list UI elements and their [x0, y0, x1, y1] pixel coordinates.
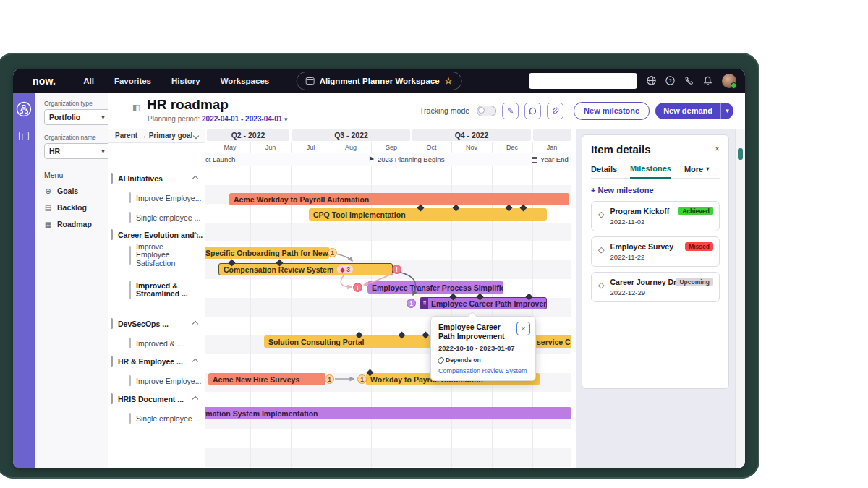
phone-icon[interactable]: [684, 75, 694, 86]
nav-item-all[interactable]: All: [83, 77, 94, 85]
milestone-diamond-icon: ◇: [598, 210, 604, 219]
gantt-bar-label: Compensation Review System: [224, 265, 333, 274]
hierarchy-circle-icon[interactable]: [16, 101, 32, 117]
new-demand-dropdown[interactable]: ▼: [720, 103, 733, 119]
tree-item[interactable]: Improve Employee Satisfaction: [109, 244, 205, 266]
new-milestone-link[interactable]: + New milestone: [591, 186, 720, 194]
attachment-icon-button[interactable]: [547, 103, 563, 119]
tab-milestones[interactable]: Milestones: [630, 164, 671, 179]
org-name-value: HR: [49, 147, 60, 155]
milestone-card[interactable]: ◇Program Kickoff2022-11-02Achieved: [591, 201, 720, 231]
chevron-up-icon[interactable]: [192, 396, 198, 402]
drag-handle[interactable]: ⠿: [420, 298, 428, 309]
nav-item-history[interactable]: History: [171, 77, 200, 85]
tree-item-label: Improve Employe...: [136, 194, 201, 202]
tree-grouping-header[interactable]: Parent → Primary goal: [109, 129, 205, 143]
tooltip-close-button[interactable]: ×: [516, 322, 530, 335]
tree-item[interactable]: DevSecOps ...: [109, 316, 205, 332]
tab-label: Details: [591, 165, 617, 174]
tree-item[interactable]: Career Evolution and ...: [109, 227, 205, 243]
tab-details[interactable]: Details: [591, 164, 617, 178]
org-type-select[interactable]: Portfolio ▼: [44, 109, 111, 125]
milestone-card[interactable]: ◇Career Journey Draft2022-12-29Upcoming: [591, 272, 720, 302]
chevron-up-icon[interactable]: [192, 321, 198, 327]
dependency-count-badge[interactable]: 1: [328, 248, 337, 257]
favorite-star-icon[interactable]: ☆: [445, 76, 453, 86]
dependency-count-badge[interactable]: 1: [357, 374, 367, 384]
help-icon[interactable]: ?: [665, 75, 676, 86]
tree-item[interactable]: AI Initiatives: [109, 171, 205, 187]
nav-icons: ?: [646, 75, 713, 86]
milestone-card[interactable]: ◇Employee Survey2022-11-22Missed: [591, 236, 720, 267]
tab-more[interactable]: More▾: [684, 164, 709, 178]
paperclip-icon: [437, 356, 445, 364]
gantt-bar[interactable]: Acme Workday to Payroll Automation: [229, 193, 569, 205]
milestone-date: 2022-11-22: [610, 253, 673, 261]
dependency-link[interactable]: Compensation Review System: [438, 367, 528, 374]
workspace-icon: [306, 77, 315, 85]
milestone-date: 2022-12-29: [610, 288, 685, 296]
tree-item[interactable]: Improved & ...: [109, 335, 205, 351]
edit-icon-button[interactable]: ✎: [502, 103, 519, 119]
tree-item[interactable]: Improved & Streamlined ...: [109, 279, 205, 301]
milestone-name: Employee Survey: [610, 242, 673, 251]
chevron-up-icon[interactable]: [192, 359, 198, 364]
workspace-switcher[interactable]: Alignment Planner Workspace ☆: [297, 72, 462, 90]
gantt-bar-label: CPQ Tool Implementation: [313, 210, 406, 219]
new-demand-label: New demand: [655, 103, 720, 119]
nav-item-workspaces[interactable]: Workspaces: [221, 77, 270, 85]
nav-menu: AllFavoritesHistoryWorkspaces: [83, 77, 269, 85]
comment-icon-button[interactable]: [524, 103, 541, 119]
left-icon-rail: [13, 93, 35, 468]
chevron-down-icon[interactable]: ▾: [284, 116, 288, 123]
notifications-bell-icon[interactable]: [702, 75, 713, 86]
tracking-mode-toggle[interactable]: [477, 106, 496, 116]
scrollbar-thumb[interactable]: [738, 148, 743, 160]
sidebar-item-roadmap[interactable]: ▦Roadmap: [44, 220, 108, 228]
panel-close-icon[interactable]: ×: [715, 144, 720, 154]
gantt-bar[interactable]: Compensation Review System◆ 3: [218, 263, 393, 275]
search-input[interactable]: [529, 77, 640, 85]
app-window: now. AllFavoritesHistoryWorkspaces Align…: [13, 69, 745, 468]
collapse-panel-icon[interactable]: ◧: [132, 103, 140, 112]
new-milestone-button[interactable]: New milestone: [574, 102, 650, 120]
dependency-alert-badge[interactable]: !: [353, 283, 362, 292]
dependency-count-badge[interactable]: 1: [325, 374, 334, 384]
sidebar-item-backlog[interactable]: ▤Backlog: [44, 203, 108, 212]
chevron-up-icon[interactable]: [192, 176, 198, 181]
globe-icon[interactable]: [646, 75, 657, 86]
tree-item-label: HRIS Document ...: [118, 395, 184, 403]
tree-item[interactable]: Improve Employe...: [109, 373, 205, 389]
gantt-bar[interactable]: Information System Implementation: [205, 407, 571, 419]
tree-item[interactable]: HRIS Document ...: [109, 391, 205, 407]
global-search[interactable]: [529, 73, 637, 89]
org-name-select[interactable]: HR ▼: [44, 143, 111, 159]
tree-item-label: Single employee ...: [136, 414, 200, 423]
dependency-count-badge[interactable]: 1: [407, 299, 416, 308]
tree-item[interactable]: Single employee ...: [109, 411, 205, 427]
tree-item[interactable]: Improve Employe...: [109, 190, 205, 206]
gantt-bar[interactable]: Acme New Hire Surveys: [208, 373, 326, 385]
tree-item[interactable]: HR & Employee ...: [109, 354, 205, 369]
new-demand-button[interactable]: New demand ▼: [655, 103, 733, 119]
tab-label: Milestones: [630, 164, 671, 173]
tree-item-label: Single employee ...: [136, 213, 200, 222]
tree-item[interactable]: Single employee ...: [109, 210, 205, 226]
sidebar-item-label: Goals: [57, 187, 78, 195]
planning-period-value[interactable]: 2022-04-01 - 2023-04-01: [202, 115, 282, 123]
sidebar-item-goals[interactable]: ⊕Goals: [44, 187, 108, 195]
depends-on-label: Depends on: [446, 356, 481, 364]
planning-board-icon[interactable]: [18, 130, 30, 142]
milestone-diamond-icon: ◇: [598, 245, 604, 254]
nav-item-favorites[interactable]: Favorites: [114, 77, 151, 85]
gantt-bar[interactable]: CPQ Tool Implementation: [309, 208, 547, 221]
gantt-bar[interactable]: Employee Transfer Process Simplification: [367, 281, 503, 294]
gantt-bar[interactable]: Specific Onboarding Path for New Hire: [205, 247, 329, 259]
roadmap-icon: ▦: [44, 221, 52, 228]
dependency-alert-badge[interactable]: !: [392, 265, 401, 274]
svg-text:?: ?: [668, 77, 671, 84]
milestone-name: Program Kickoff: [610, 207, 669, 215]
user-avatar[interactable]: [722, 74, 736, 88]
panel-scrollbar[interactable]: [735, 129, 745, 468]
org-type-label: Organization type: [44, 100, 108, 107]
